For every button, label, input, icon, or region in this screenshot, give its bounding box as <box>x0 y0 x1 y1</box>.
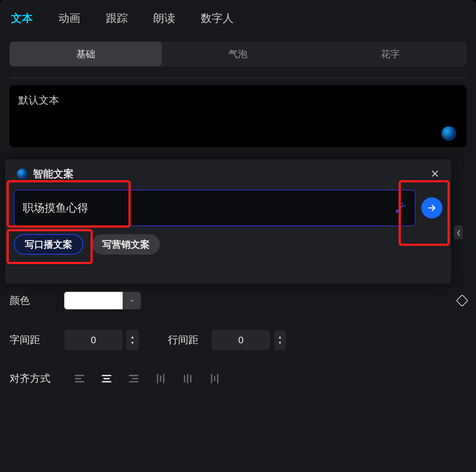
vertical-align-center-button[interactable] <box>180 371 196 387</box>
color-swatch[interactable] <box>64 292 123 309</box>
ai-orb-icon[interactable] <box>442 126 456 141</box>
line-spacing-value[interactable]: 0 <box>212 330 270 350</box>
chip-marketing[interactable]: 写营销文案 <box>92 234 160 255</box>
letter-spacing-value[interactable]: 0 <box>64 330 123 350</box>
vertical-align-left-button[interactable] <box>153 371 169 387</box>
align-buttons <box>72 371 223 387</box>
text-placeholder: 默认文本 <box>18 94 59 106</box>
color-dropdown[interactable] <box>123 292 141 309</box>
align-row: 对齐方式 <box>9 371 467 387</box>
smart-header: 智能文案 ✕ <box>14 167 442 187</box>
smart-copy-popup: 智能文案 ✕ 写口播文案 写营销文案 <box>5 159 451 284</box>
tab-animation[interactable]: 动画 <box>58 11 80 26</box>
align-right-icon <box>127 372 140 385</box>
vertical-align-right-icon <box>208 372 221 385</box>
align-label: 对齐方式 <box>9 372 64 386</box>
chip-voiceover[interactable]: 写口播文案 <box>14 234 83 255</box>
text-panel: 文本 动画 跟踪 朗读 数字人 基础 气泡 花字 默认文本 智能文案 ✕ <box>0 0 476 472</box>
align-left-button[interactable] <box>72 371 88 387</box>
align-center-icon <box>100 372 113 385</box>
spacing-row: 字间距 0 ▲▼ 行间距 0 ▲▼ <box>9 330 467 350</box>
smart-input-row <box>14 190 442 226</box>
subtab-basic[interactable]: 基础 <box>9 42 162 66</box>
vertical-align-right-button[interactable] <box>207 371 223 387</box>
smart-title: 智能文案 <box>33 167 74 181</box>
subtabs: 基础 气泡 花字 <box>9 42 467 66</box>
chevron-down-icon <box>129 298 135 303</box>
color-row: 颜色 <box>9 292 467 309</box>
letter-spacing-stepper[interactable]: ▲▼ <box>126 330 139 350</box>
chip-row: 写口播文案 写营销文案 <box>14 234 442 255</box>
lower-controls: 颜色 字间距 0 ▲▼ 行间距 0 ▲▼ 对齐方式 <box>9 292 467 387</box>
divider <box>9 77 467 78</box>
magic-wand-icon[interactable] <box>394 202 407 214</box>
submit-button[interactable] <box>421 197 442 218</box>
subtab-bubble[interactable]: 气泡 <box>162 42 314 66</box>
align-center-button[interactable] <box>99 371 115 387</box>
text-content-area[interactable]: 默认文本 <box>9 85 467 147</box>
keyframe-diamond-icon[interactable] <box>456 294 468 307</box>
collapse-handle-icon[interactable]: ❮ <box>454 225 463 239</box>
arrow-right-icon <box>427 203 437 213</box>
vertical-align-left-icon <box>154 372 167 385</box>
smart-input-box <box>14 190 415 226</box>
align-right-button[interactable] <box>126 371 142 387</box>
vertical-align-center-icon <box>181 372 194 385</box>
align-left-icon <box>73 372 86 385</box>
ai-orb-icon <box>17 169 28 179</box>
subtab-fancy[interactable]: 花字 <box>314 42 467 66</box>
top-tabs: 文本 动画 跟踪 朗读 数字人 <box>0 0 476 35</box>
tab-digital-human[interactable]: 数字人 <box>201 11 234 26</box>
line-spacing-stepper[interactable]: ▲▼ <box>274 330 286 350</box>
letter-spacing-label: 字间距 <box>9 333 64 347</box>
tab-text[interactable]: 文本 <box>11 11 33 26</box>
line-spacing-label: 行间距 <box>168 333 212 347</box>
color-label: 颜色 <box>9 294 64 307</box>
tab-read[interactable]: 朗读 <box>153 11 175 26</box>
close-icon[interactable]: ✕ <box>430 169 439 179</box>
smart-input[interactable] <box>23 202 390 214</box>
tab-tracking[interactable]: 跟踪 <box>106 11 128 26</box>
